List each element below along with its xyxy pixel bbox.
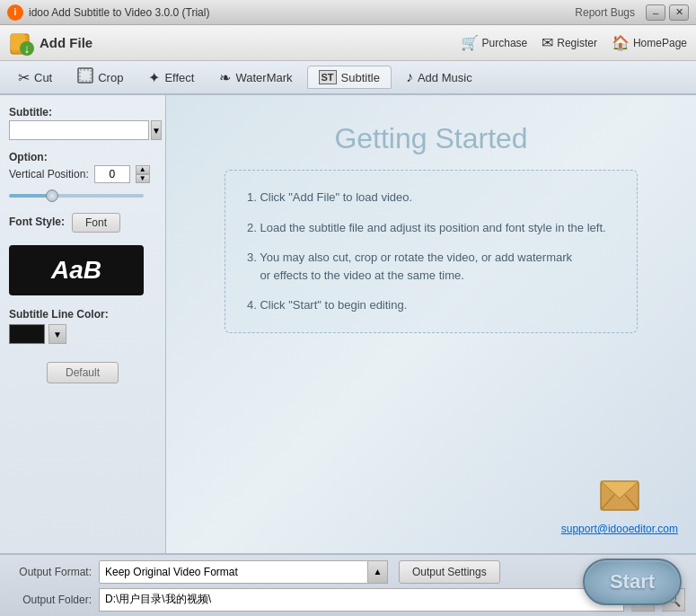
tab-watermark[interactable]: ❧ WaterMark (208, 66, 303, 90)
purchase-label: Purchase (482, 37, 528, 49)
register-icon: ✉ (542, 34, 553, 51)
app-title: idoo Add Subtitle to Video 3.0.0 (Trial) (29, 6, 209, 19)
register-link[interactable]: ✉ Register (542, 34, 597, 51)
vertical-position-input[interactable] (94, 165, 130, 183)
tab-crop-label: Crop (98, 71, 123, 84)
vp-spinner: ▲ ▼ (136, 165, 150, 183)
subtitle-label: Subtitle: (9, 106, 156, 119)
format-select-input[interactable] (99, 560, 368, 584)
close-button[interactable]: ✕ (669, 4, 689, 21)
tab-add-music[interactable]: ♪ Add Music (395, 66, 483, 89)
subtitle-line-color-section: Subtitle Line Color: ▼ (9, 308, 156, 344)
report-bugs-link[interactable]: Report Bugs (575, 6, 635, 19)
output-format-label: Output Format: (11, 566, 92, 578)
subtitle-input[interactable] (9, 120, 149, 140)
instructions-box: 1. Click "Add File" to load video. 2. Lo… (225, 170, 638, 333)
format-select-container: ▲ (99, 560, 388, 584)
instruction-4: 4. Click "Start" to begin editing. (247, 296, 615, 314)
home-icon: 🏠 (612, 34, 630, 51)
font-style-label: Font Style: (9, 216, 65, 228)
tab-add-music-label: Add Music (418, 71, 472, 84)
subtitle-icon: ST (319, 70, 337, 84)
purchase-link[interactable]: 🛒 Purchase (461, 34, 528, 51)
minimize-button[interactable]: – (646, 4, 665, 21)
right-panel: Getting Started 1. Click "Add File" to l… (166, 95, 696, 553)
add-file-label: Add File (40, 35, 93, 50)
subtitle-dropdown-button[interactable]: ▼ (151, 120, 162, 140)
instruction-1: 1. Click "Add File" to load video. (247, 189, 615, 207)
add-file-button[interactable]: ↓ Add File (9, 31, 93, 56)
header-toolbar: ↓ Add File 🛒 Purchase ✉ Register 🏠 HomeP… (0, 25, 696, 61)
tab-crop[interactable]: Crop (66, 64, 134, 91)
bottom-bar: Output Format: ▲ Output Settings Output … (0, 553, 696, 616)
titlebar-controls: – ✕ (646, 4, 689, 21)
homepage-link[interactable]: 🏠 HomePage (612, 34, 687, 51)
titlebar: i idoo Add Subtitle to Video 3.0.0 (Tria… (0, 0, 696, 25)
option-section: Option: Vertical Position: ▲ ▼ (9, 151, 156, 200)
add-file-icon: ↓ (9, 31, 34, 56)
tab-cut[interactable]: ✂ Cut (7, 66, 63, 90)
header-right: 🛒 Purchase ✉ Register 🏠 HomePage (461, 34, 687, 51)
start-button[interactable]: Start (583, 559, 682, 605)
subtitle-select-row: ▼ (9, 120, 156, 140)
cut-icon: ✂ (18, 69, 30, 86)
support-area: support@idooeditor.com (561, 480, 678, 535)
svg-rect-5 (80, 70, 91, 81)
vp-down-button[interactable]: ▼ (136, 174, 150, 183)
tab-bar: ✂ Cut Crop ✦ Effect ❧ WaterMark ST Subti… (0, 61, 696, 95)
app-icon: i (7, 4, 23, 21)
position-slider[interactable] (9, 194, 144, 198)
support-email-link[interactable]: support@idooeditor.com (561, 523, 678, 535)
envelope-icon (561, 480, 678, 519)
main-area: Subtitle: ▼ Option: Vertical Position: ▲… (0, 95, 696, 553)
slider-row (9, 187, 156, 200)
music-icon: ♪ (406, 69, 413, 85)
tab-cut-label: Cut (34, 71, 52, 84)
format-dropdown-button[interactable]: ▲ (368, 560, 388, 584)
output-settings-button[interactable]: Output Settings (399, 560, 500, 584)
tab-watermark-label: WaterMark (235, 71, 292, 84)
instruction-2: 2. Load the subtitle file and adjust its… (247, 219, 615, 237)
font-preview: AaB (9, 245, 144, 295)
default-button[interactable]: Default (47, 362, 119, 383)
getting-started-title: Getting Started (334, 122, 527, 155)
subtitle-section: Subtitle: ▼ (9, 106, 156, 140)
watermark-icon: ❧ (219, 69, 231, 86)
font-style-section: Font Style: Font (9, 213, 156, 233)
homepage-label: HomePage (633, 37, 687, 49)
left-panel: Subtitle: ▼ Option: Vertical Position: ▲… (0, 95, 166, 553)
register-label: Register (557, 37, 597, 49)
color-box[interactable] (9, 324, 45, 344)
vertical-position-label: Vertical Position: (9, 168, 89, 180)
instruction-3: 3. You may also cut, crop or rotate the … (247, 249, 615, 284)
tab-subtitle[interactable]: ST Subtitle (307, 66, 392, 89)
crop-icon (77, 67, 93, 87)
output-folder-label: Output Folder: (11, 594, 92, 606)
output-folder-input[interactable] (99, 588, 624, 612)
tab-effect-label: Effect (164, 71, 194, 84)
font-button[interactable]: Font (72, 213, 120, 233)
svg-text:↓: ↓ (24, 41, 31, 56)
option-label: Option: (9, 151, 156, 163)
tab-effect[interactable]: ✦ Effect (137, 66, 205, 90)
subtitle-line-color-label: Subtitle Line Color: (9, 308, 156, 321)
titlebar-left: i idoo Add Subtitle to Video 3.0.0 (Tria… (7, 4, 209, 21)
vertical-position-row: Vertical Position: ▲ ▼ (9, 165, 156, 183)
color-dropdown-button[interactable]: ▼ (48, 324, 66, 344)
vp-up-button[interactable]: ▲ (136, 165, 150, 174)
color-selector-row: ▼ (9, 324, 156, 344)
effect-icon: ✦ (148, 69, 160, 86)
purchase-icon: 🛒 (461, 34, 479, 51)
tab-subtitle-label: Subtitle (341, 71, 380, 84)
